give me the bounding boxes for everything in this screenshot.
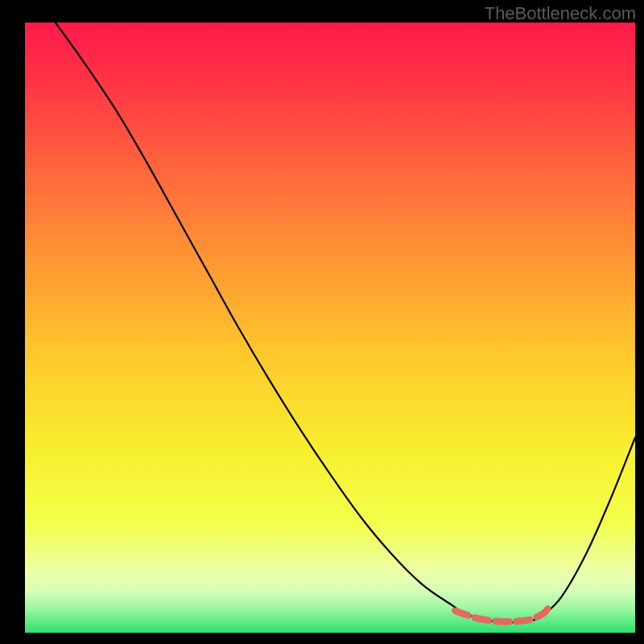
chart-frame: TheBottleneck.com bbox=[0, 0, 644, 644]
bottleneck-chart bbox=[0, 0, 644, 644]
gradient-background bbox=[25, 23, 635, 633]
watermark-text: TheBottleneck.com bbox=[485, 3, 636, 24]
